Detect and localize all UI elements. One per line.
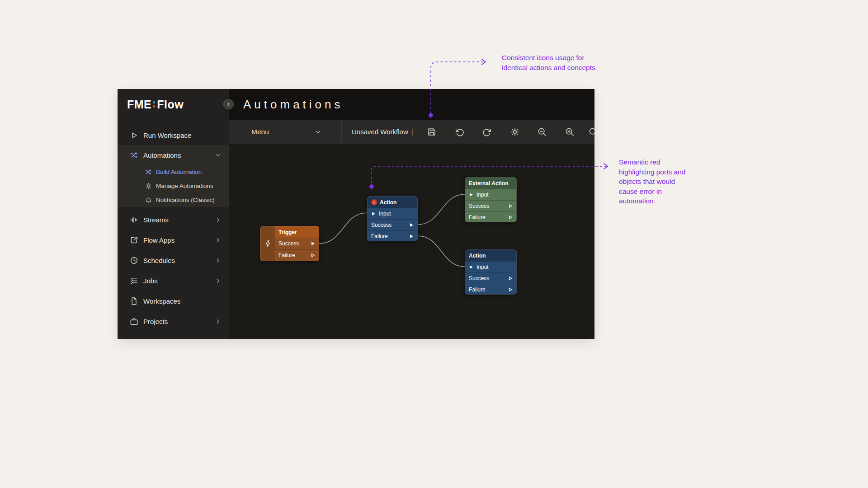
wire-action-to-external [418,194,465,225]
shuffle-icon [130,151,138,160]
sidebar-item-label: Manage Automations [156,183,213,189]
port-play-outline-icon[interactable] [311,253,315,258]
chevron-left-icon: ‹ [227,100,230,108]
port-play-filled-icon[interactable] [469,192,473,197]
undo-button[interactable] [455,127,465,137]
port-row-failure[interactable]: Failure [465,211,516,222]
port-row-success[interactable]: Success [275,238,319,249]
logo-dot-teal [153,101,155,103]
sidebar-item-jobs[interactable]: Jobs [118,271,229,291]
toolbar-divider: | [411,120,413,144]
sidebar-item-workspaces[interactable]: Workspaces [118,291,229,311]
external-action-node[interactable]: External Action Input Success Failure [465,177,517,222]
logo-colon [153,101,155,108]
sidebar-item-flow-apps[interactable]: Flow Apps [118,230,229,250]
port-row-input[interactable]: Input [465,189,516,200]
port-label: Success [469,275,489,282]
page-header: Automations [229,89,594,120]
node-title-label: Action [469,253,486,259]
fme-flow-logo: FME Flow [118,89,229,120]
menu-label: Menu [251,120,269,144]
save-button[interactable] [427,127,437,137]
workflow-canvas[interactable]: Trigger Success Failure ! [229,144,594,339]
port-row-success[interactable]: Success [465,272,516,284]
port-play-filled-icon[interactable] [469,265,473,269]
port-play-filled-icon[interactable] [409,223,414,227]
node-title: ! Action [368,197,417,208]
trigger-type-strip [261,226,275,261]
port-row-failure[interactable]: Failure [275,249,319,261]
sidebar-item-label: Build Automation [156,169,202,175]
port-label: Input [476,192,489,198]
port-row-input[interactable]: Input [368,208,417,219]
list-check-icon [130,277,138,285]
bell-icon [145,197,152,203]
main-area: Automations Menu Unsaved Workflow | [229,89,594,339]
port-play-outline-icon[interactable] [508,204,513,208]
sidebar-nav: Run Workspace Automations Build Automati… [118,120,229,332]
app-window: FME Flow Run Workspace Automations [118,89,594,339]
gear-icon [510,127,520,137]
node-title-label: External Action [469,180,509,187]
zoom-in-icon [565,127,575,137]
sidebar-item-label: Flow Apps [143,236,175,244]
arrowhead [482,59,486,65]
sidebar-item-label: Notifications (Classic) [156,197,215,203]
trigger-node[interactable]: Trigger Success Failure [260,226,319,261]
node-title-label: Trigger [278,229,297,235]
sidebar-item-run-workspace[interactable]: Run Workspace [118,125,229,145]
zoom-out-button[interactable] [537,127,547,137]
sidebar-item-projects[interactable]: Projects [118,311,229,332]
error-badge-icon: ! [371,199,377,205]
save-icon [427,127,437,137]
zoom-fit-button[interactable] [588,127,594,137]
port-row-success[interactable]: Success [368,219,417,230]
chevron-down-icon [315,128,321,135]
sidebar-item-notifications-classic[interactable]: Notifications (Classic) [118,193,229,207]
arrowhead [604,164,608,169]
sidebar-item-build-automation[interactable]: Build Automation [118,165,229,179]
zoom-out-icon [537,127,547,137]
zoom-in-button[interactable] [565,127,575,137]
briefcase-icon [130,317,138,326]
sidebar-item-manage-automations[interactable]: Manage Automations [118,179,229,193]
sidebar-item-schedules[interactable]: Schedules [118,250,229,271]
port-row-failure[interactable]: Failure [465,284,516,295]
port-play-filled-icon[interactable] [311,241,315,246]
action-node-error[interactable]: ! Action Input Success Failure [367,196,418,241]
wire-action-to-action2 [418,236,465,267]
port-play-outline-icon[interactable] [508,276,513,281]
workflow-name: Unsaved Workflow [352,120,408,144]
port-play-filled-icon[interactable] [409,234,414,239]
port-play-outline-icon[interactable] [508,215,513,220]
lightning-icon [265,239,271,248]
port-play-filled-icon[interactable] [371,211,376,216]
sidebar-group-automations: Automations Build Automation Manage Auto… [118,145,229,207]
sidebar-item-label: Workspaces [143,297,180,305]
redo-button[interactable] [482,127,492,137]
back-button[interactable]: ‹ [223,99,234,109]
sidebar-item-label: Jobs [143,277,158,285]
settings-button[interactable] [510,127,520,137]
sidebar-item-automations[interactable]: Automations [118,145,229,165]
sidebar-item-label: Projects [143,318,168,325]
sidebar-item-label: Streams [143,216,169,224]
shuffle-icon [145,169,152,175]
menu-dropdown[interactable]: Menu [229,120,342,144]
chevron-down-icon [215,152,222,159]
chevron-right-icon [215,318,222,325]
port-label: Success [469,203,489,209]
action-node[interactable]: Action Input Success Failure [465,249,517,295]
sidebar: FME Flow Run Workspace Automations [118,89,229,339]
sidebar-item-streams[interactable]: Streams [118,210,229,230]
node-title-label: Action [380,199,396,206]
node-title: Trigger [275,226,319,238]
port-row-input[interactable]: Input [465,261,516,272]
chevron-right-icon [215,237,222,244]
play-icon [130,131,138,140]
port-play-outline-icon[interactable] [508,287,513,292]
port-row-failure[interactable]: Failure [368,230,417,241]
port-label: Input [476,264,489,270]
wire-trigger-to-action [319,213,367,244]
port-row-success[interactable]: Success [465,200,516,211]
